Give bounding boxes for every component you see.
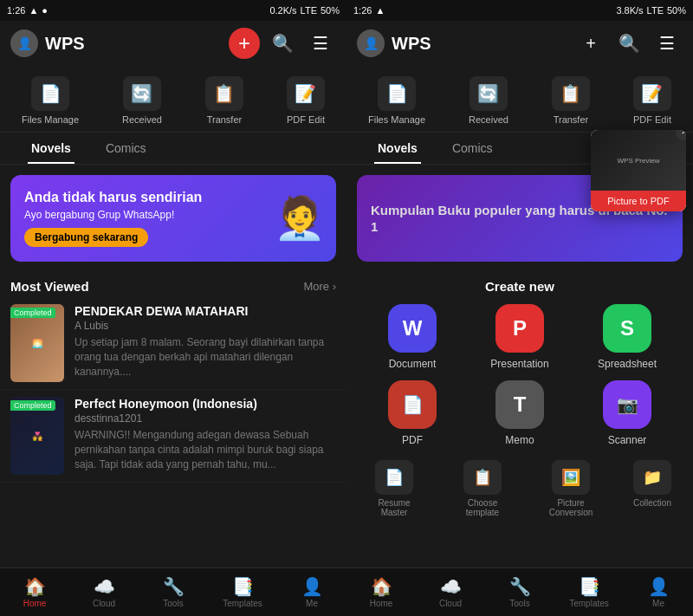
- right-status-bar: 1:26 ▲ 3.8K/s LTE 50%: [346, 0, 693, 21]
- left-search-button[interactable]: 🔍: [267, 28, 298, 59]
- pdf-icon: 📄: [388, 380, 437, 429]
- picture-conversion-icon: 🖼️: [552, 460, 590, 495]
- left-quick-actions: 📄 Files Manage 🔄 Received 📋 Transfer 📝 P…: [0, 66, 346, 133]
- right-transfer-icon: 📋: [552, 76, 590, 111]
- resume-master-icon: 📄: [375, 460, 413, 495]
- right-cloud-icon: ☁️: [440, 576, 462, 597]
- left-book-item-1[interactable]: 🌅 Completed PENDEKAR DEWA MATAHARI A Lub…: [0, 297, 346, 390]
- left-received[interactable]: 🔄 Received: [122, 76, 162, 125]
- right-nav-cloud[interactable]: ☁️ Cloud: [416, 568, 485, 616]
- right-avatar[interactable]: 👤: [357, 29, 385, 57]
- right-tools-icon: 🔧: [509, 576, 531, 597]
- left-top-nav: 👤 WPS + 🔍 ☰: [0, 21, 346, 66]
- left-banner-btn[interactable]: Bergabung sekarang: [24, 228, 148, 247]
- left-status-bar: 1:26 ▲ ● 0.2K/s LTE 50%: [0, 0, 346, 21]
- right-nav-home[interactable]: 🏠 Home: [346, 568, 416, 616]
- left-book-cover-2: 💑 Completed: [10, 397, 64, 475]
- left-time: 1:26: [7, 5, 25, 16]
- popup-preview: WPS Preview: [591, 130, 686, 191]
- home-icon: 🏠: [24, 576, 46, 597]
- left-nav-cloud[interactable]: ☁️ Cloud: [69, 568, 139, 616]
- right-files-manage-icon: 📄: [378, 76, 416, 111]
- presentation-icon: P: [495, 304, 544, 353]
- right-tab-novels[interactable]: Novels: [360, 133, 435, 164]
- spreadsheet-icon: S: [603, 304, 651, 353]
- left-banner-decoration: 🧑‍💼: [274, 175, 326, 262]
- right-tab-comics[interactable]: Comics: [435, 133, 510, 164]
- templates-icon: 📑: [232, 576, 254, 597]
- picture-conversion-btn[interactable]: 🖼️ Picture Conversion: [545, 460, 597, 517]
- right-nav-tools[interactable]: 🔧 Tools: [485, 568, 554, 616]
- create-pdf[interactable]: 📄 PDF: [364, 380, 461, 446]
- left-book-desc-1: Up setiap jam 8 malam. Seorang bayi dila…: [74, 335, 336, 379]
- left-book-title-1: PENDEKAR DEWA MATAHARI: [74, 304, 336, 318]
- document-icon: W: [388, 304, 437, 353]
- left-banner-title: Anda tidak harus sendirian: [24, 190, 202, 205]
- left-section-title: Most Viewed: [10, 279, 89, 294]
- create-memo[interactable]: T Memo: [471, 380, 568, 446]
- create-new-section: Create new W Document P Presentation S S…: [346, 272, 693, 450]
- right-panel: 1:26 ▲ 3.8K/s LTE 50% 👤 WPS + 🔍 ☰ 📄 File…: [346, 0, 693, 616]
- right-home-icon: 🏠: [371, 576, 392, 597]
- left-panel: 1:26 ▲ ● 0.2K/s LTE 50% 👤 WPS + 🔍 ☰ 📄 Fi…: [0, 0, 346, 616]
- left-logo: WPS: [45, 34, 222, 54]
- right-bottom-nav: 🏠 Home ☁️ Cloud 🔧 Tools 📑 Templates 👤 Me: [346, 567, 693, 616]
- right-nav-me[interactable]: 👤 Me: [624, 568, 693, 616]
- left-banner: Anda tidak harus sendirian Ayo bergabung…: [10, 175, 336, 262]
- right-received-icon: 🔄: [470, 76, 508, 111]
- left-avatar[interactable]: 👤: [10, 29, 38, 57]
- collection-btn[interactable]: 📁 Collection: [633, 460, 671, 517]
- right-menu-button[interactable]: ☰: [651, 28, 683, 59]
- scanner-icon: 📷: [603, 380, 651, 429]
- pdf-edit-icon: 📝: [287, 76, 325, 111]
- left-nav-me[interactable]: 👤 Me: [277, 568, 346, 616]
- left-pdf-edit[interactable]: 📝 PDF Edit: [287, 76, 325, 125]
- me-icon: 👤: [301, 576, 323, 597]
- left-banner-text: Anda tidak harus sendirian Ayo bergabung…: [24, 190, 202, 247]
- right-files-manage[interactable]: 📄 Files Manage: [368, 76, 425, 125]
- left-signal-icon: ▲: [29, 5, 38, 16]
- choose-template-btn[interactable]: 📋 Choose template: [457, 460, 508, 517]
- popup-picture-to-pdf-btn[interactable]: Picture to PDF: [591, 191, 686, 211]
- right-transfer[interactable]: 📋 Transfer: [552, 76, 590, 125]
- left-completed-badge-2: Completed: [10, 400, 55, 411]
- right-nav-templates[interactable]: 📑 Templates: [554, 568, 624, 616]
- left-tab-novels[interactable]: Novels: [14, 133, 88, 164]
- left-book-info-2: Perfect Honeymoon (Indonesia) desstinna1…: [74, 397, 336, 475]
- create-scanner[interactable]: 📷 Scanner: [579, 380, 676, 446]
- left-nav-tools[interactable]: 🔧 Tools: [139, 568, 208, 616]
- right-lte: LTE: [647, 5, 664, 16]
- create-spreadsheet[interactable]: S Spreadsheet: [579, 304, 676, 370]
- left-menu-button[interactable]: ☰: [305, 28, 336, 59]
- left-network: 0.2K/s: [269, 5, 296, 16]
- left-nav-home[interactable]: 🏠 Home: [0, 568, 69, 616]
- left-battery: 50%: [321, 5, 340, 16]
- left-tab-comics[interactable]: Comics: [88, 133, 164, 164]
- right-received[interactable]: 🔄 Received: [469, 76, 508, 125]
- transfer-icon: 📋: [205, 76, 243, 111]
- left-files-manage[interactable]: 📄 Files Manage: [22, 76, 79, 125]
- right-signal-icon: ▲: [375, 5, 385, 16]
- create-presentation[interactable]: P Presentation: [471, 304, 568, 370]
- left-transfer[interactable]: 📋 Transfer: [205, 76, 243, 125]
- left-tabs: Novels Comics: [0, 133, 346, 165]
- right-search-button[interactable]: 🔍: [613, 28, 644, 59]
- cloud-icon: ☁️: [94, 576, 115, 597]
- left-book-info-1: PENDEKAR DEWA MATAHARI A Lubis Up setiap…: [74, 304, 336, 382]
- files-manage-icon: 📄: [31, 76, 69, 111]
- left-book-item-2[interactable]: 💑 Completed Perfect Honeymoon (Indonesia…: [0, 390, 346, 483]
- right-logo: WPS: [392, 34, 568, 54]
- left-section-header: Most Viewed More ›: [0, 272, 346, 297]
- create-document[interactable]: W Document: [364, 304, 461, 370]
- right-add-button[interactable]: +: [575, 28, 606, 59]
- left-nav-templates[interactable]: 📑 Templates: [208, 568, 277, 616]
- left-book-cover-1: 🌅 Completed: [10, 304, 64, 382]
- left-section-more[interactable]: More ›: [303, 280, 336, 293]
- left-add-button[interactable]: +: [229, 28, 260, 59]
- left-book-title-2: Perfect Honeymoon (Indonesia): [74, 397, 336, 411]
- right-pdf-edit[interactable]: 📝 PDF Edit: [633, 76, 671, 125]
- resume-master-btn[interactable]: 📄 Resume Master: [368, 460, 420, 517]
- popup-overlay: × WPS Preview Picture to PDF: [591, 130, 686, 211]
- tools-icon: 🔧: [163, 576, 185, 597]
- left-wifi-icon: ●: [42, 5, 48, 16]
